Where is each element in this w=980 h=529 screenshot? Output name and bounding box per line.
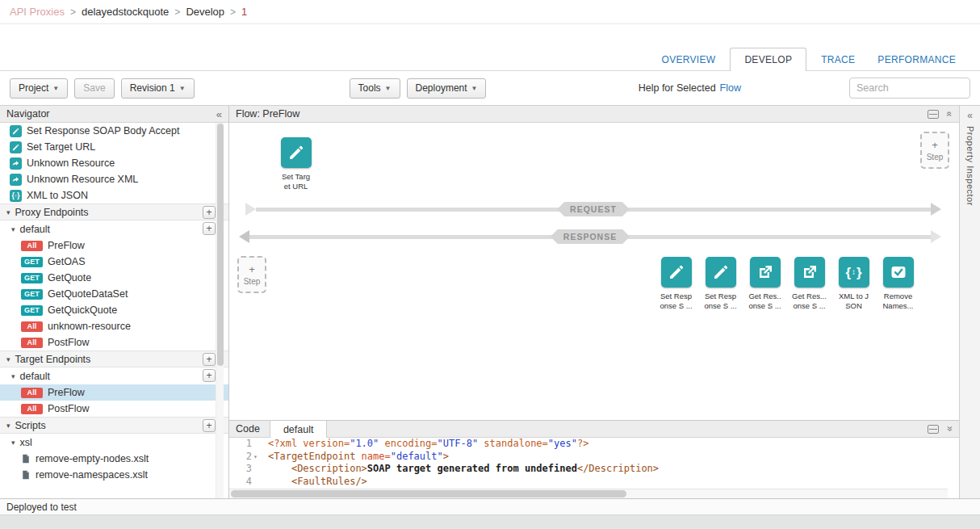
flow-step[interactable]: Get Res...onse S ... [787,257,831,311]
fold-toggle-icon[interactable]: ▾ [253,451,262,464]
caret-down-icon: ▾ [11,439,15,447]
flow-step[interactable]: Set Response S ... [654,257,698,311]
scrollbar-thumb[interactable] [217,124,224,366]
collapse-navigator-icon[interactable]: « [216,109,222,120]
item-label: GetQuote [48,272,91,283]
nav-section-header[interactable]: ▾Scripts+ [0,417,228,434]
split-panes-icon[interactable] [928,110,939,119]
add-step-label: Step [244,277,261,286]
nav-group-header[interactable]: ▾default+ [0,367,228,384]
nav-tree-item[interactable]: Allunknown-resource [0,318,228,334]
code-token: <Description> [291,463,367,474]
navigator-policy-item[interactable]: Set Response SOAP Body Accept [0,123,228,139]
nav-tree-item[interactable]: remove-empty-nodes.xslt [0,451,228,467]
navigator-policy-item[interactable]: Unknown Resource [0,155,228,171]
project-button[interactable]: Project▼ [10,78,68,99]
flow-step[interactable]: Set Target URL [274,137,318,191]
split-panes-icon[interactable] [928,425,939,434]
add-step-button-request[interactable]: + Step [920,132,949,169]
policy-label: Unknown Resource XML [27,174,138,185]
center-column: Flow: PreFlow « Set Target URL + Step [229,106,959,498]
method-badge: GET [21,289,43,300]
flow-step-label: Set Response S ... [698,292,743,311]
add-button[interactable]: + [203,353,216,366]
add-button[interactable]: + [203,222,216,235]
flow-header: Flow: PreFlow « [229,106,959,123]
tab-overview[interactable]: OVERVIEW [656,49,722,70]
help-selected-flow-link[interactable]: Flow [720,82,741,94]
nav-tree-item[interactable]: remove-namespaces.xslt [0,467,228,483]
navigator-policy-item[interactable]: {↕}XML to JSON [0,187,228,204]
line-number-value: 4 [229,476,253,489]
nav-tree-item[interactable]: AllPreFlow [0,384,228,401]
item-label: unknown-resource [48,321,131,332]
nav-group-header[interactable]: ▾default+ [0,220,228,237]
navigator-policy-item[interactable]: Set Target URL [0,139,228,155]
navigator-scrollbar[interactable] [216,123,224,498]
flow-step-label: Set Target URL [274,172,318,191]
collapse-flow-panel-icon[interactable]: « [945,111,955,117]
add-step-button-response[interactable]: + Step [237,256,266,293]
flow-step-label: Get Res...onse S ... [787,292,831,311]
code-text: <FaultRules/> [262,476,367,489]
breadcrumb-separator: > [70,6,76,18]
nav-tree-item[interactable]: GETGetQuote [0,270,228,286]
flow-step[interactable]: RemoveNames... [876,257,920,311]
nav-section-header[interactable]: ▾Target Endpoints+ [0,351,228,367]
nav-tree-item[interactable]: GETGetQuoteDataSet [0,286,228,302]
tab-trace[interactable]: TRACE [815,49,861,70]
flow-step[interactable]: Get Res..onse S ... [743,257,787,311]
flow-step[interactable]: {↕}XML to JSON [831,257,876,311]
code-text: <?xml version="1.0" encoding="UTF-8" sta… [262,438,588,451]
navigator-policy-item[interactable]: Unknown Resource XML [0,171,228,187]
code-token: <TargetEndpoint [268,451,362,462]
add-step-label: Step [927,153,944,162]
deployment-button[interactable]: Deployment▼ [407,78,487,99]
add-button[interactable]: + [203,419,216,432]
nav-section-header[interactable]: ▾Proxy Endpoints+ [0,204,228,220]
line-number: 3 [229,463,262,476]
callout-icon [750,257,781,288]
breadcrumb-item[interactable]: 1 [241,6,247,18]
callout-icon [794,257,825,288]
breadcrumb: API Proxies>delayedstockquote>Develop>1 [0,0,980,24]
breadcrumb-item[interactable]: Develop [186,6,224,18]
breadcrumb-item[interactable]: API Proxies [10,6,65,18]
navigator-header: Navigator « [0,106,228,123]
flow-step[interactable]: Set Response S ... [698,257,743,311]
nav-group-header[interactable]: ▾xsl [0,434,228,451]
code-tab-default[interactable]: default [270,421,328,438]
tools-button[interactable]: Tools▼ [350,78,400,99]
nav-tree-item[interactable]: GETGetQuickQuote [0,302,228,318]
nav-tree-item[interactable]: AllPreFlow [0,237,228,254]
revision-button[interactable]: Revision 1▼ [121,78,195,99]
expand-property-inspector-icon[interactable]: « [967,110,973,121]
flow-step-label: Set Response S ... [654,292,698,311]
line-number: 4 [229,476,262,489]
code-token [268,463,291,474]
add-button[interactable]: + [203,206,216,219]
code-line: 1<?xml version="1.0" encoding="UTF-8" st… [229,438,959,451]
chevron-down-icon: ▼ [52,85,59,92]
save-button[interactable]: Save [74,78,114,99]
breadcrumb-item[interactable]: delayedstockquote [82,6,169,18]
nav-tree-item[interactable]: GETGetOAS [0,254,228,270]
nav-tree-item[interactable]: AllPostFlow [0,401,228,417]
scrollbar-thumb[interactable] [231,490,626,498]
tab-performance[interactable]: PERFORMANCE [872,49,961,70]
flow-title: Flow: PreFlow [236,108,299,120]
breadcrumb-separator: > [230,6,236,18]
line-number: 2▾ [229,451,262,464]
tab-develop[interactable]: DEVELOP [730,48,806,71]
code-horizontal-scrollbar[interactable] [229,489,948,498]
add-button[interactable]: + [203,369,216,382]
flow-step-label: XML to JSON [831,292,876,311]
collapse-code-panel-icon[interactable]: « [945,426,955,432]
fold-toggle-icon [253,438,262,451]
code-editor[interactable]: 1<?xml version="1.0" encoding="UTF-8" st… [229,438,959,498]
nav-tree-item[interactable]: AllPostFlow [0,334,228,351]
search-input[interactable] [849,78,970,99]
arrow-right-icon [931,230,941,243]
section-label: Proxy Endpoints [15,207,89,218]
pencil-icon [281,137,312,168]
